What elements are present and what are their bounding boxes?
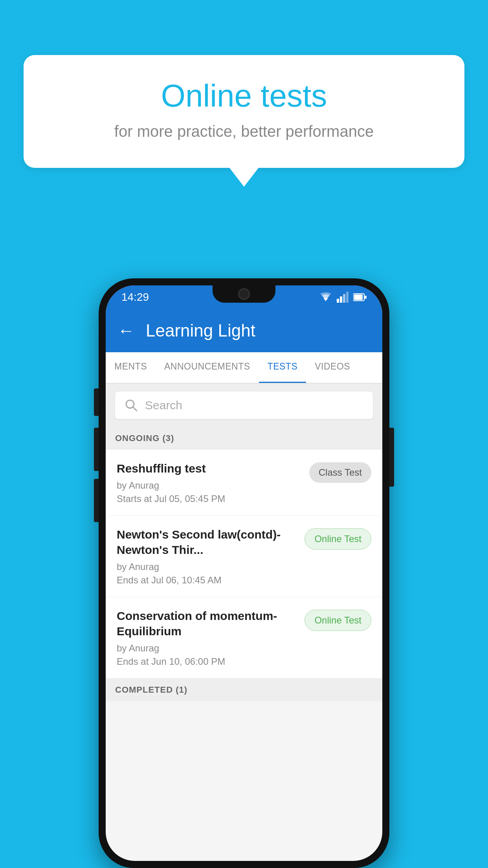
bubble-title: Online tests: [55, 79, 433, 113]
test-name: Reshuffling test: [117, 461, 303, 476]
bubble-subtitle: for more practice, better performance: [55, 123, 433, 140]
test-author: by Anurag: [117, 480, 303, 491]
camera: [238, 288, 250, 300]
back-button[interactable]: ←: [117, 321, 135, 340]
volume-up-button: [94, 388, 99, 416]
tabs-bar: MENTS ANNOUNCEMENTS TESTS VIDEOS: [106, 352, 382, 384]
phone-body: 14:29: [99, 278, 389, 868]
promo-section: Online tests for more practice, better p…: [24, 55, 464, 168]
status-time: 14:29: [121, 291, 149, 303]
search-container: Search: [106, 384, 382, 427]
svg-rect-2: [340, 296, 342, 303]
test-item[interactable]: Conservation of momentum-Equilibrium by …: [106, 597, 382, 679]
test-author: by Anurag: [117, 561, 298, 572]
svg-rect-3: [343, 294, 345, 303]
test-info: Reshuffling test by Anurag Starts at Jul…: [117, 461, 303, 504]
ongoing-section-header: ONGOING (3): [106, 427, 382, 450]
test-item[interactable]: Reshuffling test by Anurag Starts at Jul…: [106, 450, 382, 516]
test-badge: Class Test: [309, 462, 371, 483]
wifi-icon: [319, 292, 332, 303]
search-placeholder: Search: [145, 399, 182, 412]
tab-announcements[interactable]: ANNOUNCEMENTS: [156, 352, 259, 383]
tab-ments[interactable]: MENTS: [106, 352, 156, 383]
test-info: Conservation of momentum-Equilibrium by …: [117, 608, 298, 667]
test-name: Conservation of momentum-Equilibrium: [117, 608, 298, 639]
test-time: Ends at Jun 10, 06:00 PM: [117, 656, 298, 667]
tab-videos[interactable]: VIDEOS: [306, 352, 359, 383]
completed-section-header: COMPLETED (1): [106, 679, 382, 701]
volume-extra-button: [94, 479, 99, 522]
speech-bubble: Online tests for more practice, better p…: [24, 55, 464, 168]
signal-icon: [337, 292, 349, 303]
test-time: Ends at Jul 06, 10:45 AM: [117, 575, 298, 586]
status-icons: [319, 292, 367, 303]
test-badge: Online Test: [305, 610, 371, 631]
test-list: Reshuffling test by Anurag Starts at Jul…: [106, 450, 382, 679]
svg-rect-6: [365, 296, 367, 299]
svg-rect-7: [354, 294, 363, 300]
test-author: by Anurag: [117, 643, 298, 654]
svg-rect-4: [346, 292, 349, 303]
test-badge: Online Test: [305, 528, 371, 550]
tab-tests[interactable]: TESTS: [259, 352, 306, 383]
test-item[interactable]: Newton's Second law(contd)-Newton's Thir…: [106, 516, 382, 597]
search-bar[interactable]: Search: [115, 392, 373, 419]
svg-line-9: [133, 407, 137, 411]
app-title: Learning Light: [146, 321, 255, 340]
phone-mockup: 14:29: [99, 278, 389, 868]
test-time: Starts at Jul 05, 05:45 PM: [117, 493, 303, 504]
phone-screen: 14:29: [106, 285, 382, 861]
app-bar: ← Learning Light: [106, 309, 382, 352]
battery-icon: [353, 293, 367, 302]
volume-down-button: [94, 428, 99, 471]
power-button: [389, 428, 394, 487]
phone-notch: [213, 285, 275, 303]
search-icon: [125, 399, 138, 412]
test-info: Newton's Second law(contd)-Newton's Thir…: [117, 527, 298, 586]
svg-rect-1: [337, 299, 339, 303]
test-name: Newton's Second law(contd)-Newton's Thir…: [117, 527, 298, 557]
